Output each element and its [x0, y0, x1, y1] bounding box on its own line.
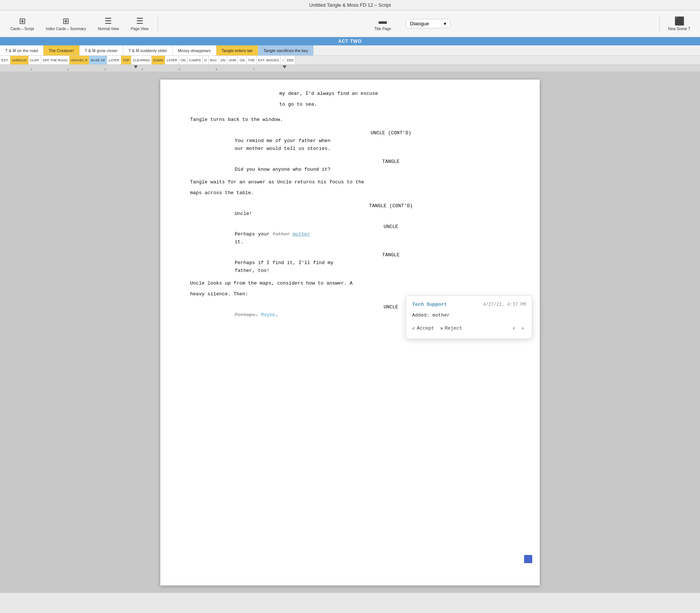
script-action-2a: Tangle waits for an answer as Uncle retu… [190, 179, 510, 186]
normal-view-label: Normal View [98, 27, 119, 31]
scene-tab-3[interactable]: T & M suddenly older [123, 45, 173, 55]
title-page-icon: ▬ [379, 16, 387, 26]
dialog-uncle-strike: father [272, 231, 290, 237]
reject-button[interactable]: ✕ Reject [440, 324, 462, 333]
ruler-mark-7: 7 [253, 68, 254, 71]
index-cards-script-label: Cards – Script [10, 27, 34, 31]
act-bar: ACT TWO [0, 37, 700, 45]
main-area: my dear, I'd always find an excuse to go… [0, 72, 700, 593]
index-cell-10: LATER [165, 56, 179, 64]
scene-tab-label-6: Tangle sacrifices the key [263, 48, 308, 53]
script-action-1: Tangle turns back to the window. [190, 116, 510, 124]
index-cell-12: CAMPS [187, 56, 203, 64]
index-cards-script-button[interactable]: ⊞ Cards – Script [4, 14, 40, 33]
index-cards-summary-icon: ⊞ [62, 16, 69, 26]
index-cell-8: CLEARING [131, 56, 152, 64]
comment-popup: Tech Support 4/27/21, 4:37 PM Added: mot… [406, 295, 532, 339]
chevron-down-icon: ▾ [444, 21, 446, 26]
uncle-contd-block: UNCLE (CONT'D) You remind me of your fat… [190, 129, 510, 153]
titlebar: Untitled Tangle & Moss FD 12 – Script [0, 0, 700, 10]
toolbar-center-group: ▬ Title Page Dialogue ▾ [161, 14, 656, 33]
dialog-tangle-2a: Perhaps if I find it, I'll find my [190, 259, 510, 267]
index-cell-3: OFF THE ROAD [41, 56, 70, 64]
script-line-pre1: my dear, I'd always find an excuse [190, 90, 510, 98]
index-cards-summary-button[interactable]: ⊞ Index Cards – Summary [40, 14, 92, 33]
title-text: Untitled Tangle & Moss FD 12 – Script [309, 2, 391, 8]
scene-tab-6[interactable]: Tangle sacrifices the key [258, 45, 314, 55]
index-cell-14: BAC [209, 56, 219, 64]
new-scene-label: New Scene T [668, 27, 690, 31]
index-cell-19: EXT. WOODS [257, 56, 281, 64]
reject-icon: ✕ [440, 324, 443, 333]
popup-date: 4/27/21, 4:37 PM [483, 301, 526, 308]
reject-label: Reject [445, 325, 462, 333]
dialog-tangle-uncle: Uncle! [190, 210, 510, 218]
toolbar-right-group: ⬛ New Scene T [663, 14, 696, 33]
page-view-button[interactable]: ☰ Page View [125, 14, 155, 33]
dialog-tangle-2b: father, too! [190, 267, 510, 275]
dialog-tangle-1: Did you know anyone who found it? [190, 166, 510, 174]
index-cell-15: ON [219, 56, 228, 64]
ruler-mark-4: 4 [141, 68, 143, 71]
scene-tab-label-4: Mossy disappears [178, 48, 211, 53]
popup-author: Tech Support [412, 301, 447, 309]
char-tangle-2: TANGLE [190, 251, 510, 259]
index-cards-script-icon: ⊞ [19, 16, 26, 26]
scene-tab-2[interactable]: T & M grow closer [80, 45, 123, 55]
script-action-1-block: Tangle turns back to the window. [190, 116, 510, 124]
index-cell-20: I [281, 56, 285, 64]
dialog-uncle-2a: Perhaps your father mother [190, 231, 510, 238]
accept-button[interactable]: ✓ Accept [412, 324, 434, 333]
popup-navigation: ‹ › [511, 324, 526, 334]
title-page-button[interactable]: ▬ Title Page [367, 14, 399, 33]
ruler-left-marker[interactable] [134, 65, 138, 68]
accept-icon: ✓ [412, 324, 415, 333]
ruler-mark-5: 5 [179, 68, 180, 71]
accept-label: Accept [417, 325, 434, 333]
scene-tab-1[interactable]: The Creature! [44, 45, 80, 55]
tangle-block-2: TANGLE Perhaps if I find it, I'll find m… [190, 251, 510, 275]
blue-annotation-square[interactable] [524, 555, 532, 563]
new-scene-button[interactable]: ⬛ New Scene T [663, 14, 696, 33]
normal-view-icon: ☰ [105, 16, 112, 26]
char-uncle-contd: UNCLE (CONT'D) [190, 129, 510, 137]
index-cell-17: ON [238, 56, 247, 64]
tangle-contd-block: TANGLE (CONT'D) Uncle! [190, 202, 510, 218]
index-cell-4: GRAVEL R [70, 56, 90, 64]
popup-next-button[interactable]: › [519, 324, 526, 334]
char-uncle-2: UNCLE [190, 223, 510, 231]
scene-tab-5[interactable]: Tangle enters lair [216, 45, 259, 55]
popup-header: Tech Support 4/27/21, 4:37 PM [412, 301, 526, 309]
index-cell-6: LATER [107, 56, 121, 64]
index-cell-11: ON [179, 56, 187, 64]
ruler-right-marker[interactable] [283, 65, 286, 68]
script-page[interactable]: my dear, I'd always find an excuse to go… [160, 80, 540, 585]
normal-view-button[interactable]: ☰ Normal View [92, 14, 125, 33]
dialog-uncle-1b: our mother would tell us stories. [190, 145, 510, 153]
script-opening-pre: my dear, I'd always find an excuse to go… [190, 90, 510, 109]
scene-tab-0[interactable]: T & M on the road [0, 45, 44, 55]
index-cell-1: VARIOUS [10, 56, 29, 64]
script-action-2b: maps across the table. [190, 189, 510, 197]
scene-tab-label-1: The Creature! [49, 48, 74, 53]
ruler: 1 2 3 4 5 6 7 [0, 65, 700, 72]
toolbar-left-group: ⊞ Cards – Script ⊞ Index Cards – Summary… [4, 14, 155, 33]
index-cell-2: CLIFF [29, 56, 41, 64]
action-2-block: Tangle waits for an answer as Uncle retu… [190, 179, 510, 197]
tangle-block-1: TANGLE Did you know anyone who found it? [190, 158, 510, 174]
index-cell-5: BASE OF [89, 56, 107, 64]
new-scene-icon: ⬛ [674, 16, 684, 26]
index-strip: EXT. VARIOUS CLIFF OFF THE ROAD GRAVEL R… [0, 56, 700, 65]
dialog-uncle-insert: mother [293, 231, 310, 237]
dialog-uncle-2b: it. [190, 238, 510, 246]
popup-actions: ✓ Accept ✕ Reject ‹ › [412, 324, 526, 334]
ruler-mark-3: 3 [104, 68, 106, 71]
index-cards-summary-label: Index Cards – Summary [46, 27, 86, 31]
toolbar-separator-1 [158, 16, 158, 32]
scene-tab-label-0: T & M on the road [5, 48, 38, 53]
popup-prev-button[interactable]: ‹ [511, 324, 517, 334]
toolbar-separator-2 [659, 16, 660, 32]
elements-dropdown[interactable]: Dialogue ▾ [406, 19, 450, 28]
dialogue-value: Dialogue [410, 21, 429, 26]
scene-tab-4[interactable]: Mossy disappears [173, 45, 216, 55]
